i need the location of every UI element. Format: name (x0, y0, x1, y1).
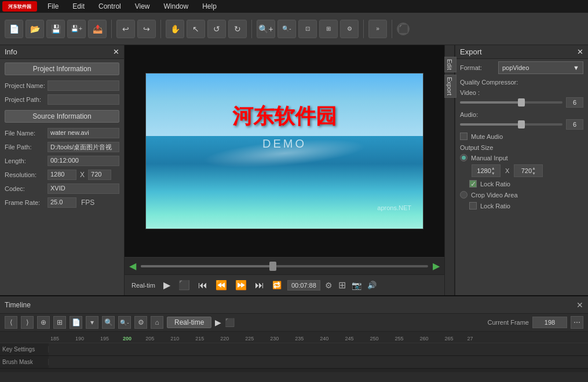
menu-window[interactable]: Window (160, 1, 192, 12)
format-select[interactable]: popVideo ▼ (498, 61, 583, 74)
fullscreen-button[interactable]: ⊞ (337, 278, 347, 292)
timeline-stop-button[interactable]: ⬛ (225, 318, 235, 327)
new-button[interactable]: 📄 (5, 20, 23, 38)
menu-edit[interactable]: Edit (69, 1, 88, 12)
tl-btn-3[interactable]: ⊕ (37, 316, 50, 329)
undo-button[interactable]: ↩ (116, 20, 135, 38)
menu-help[interactable]: Help (199, 1, 220, 12)
tl-zoom-in[interactable]: 🔍 (102, 316, 115, 329)
menu-file[interactable]: File (44, 1, 62, 12)
output-size-label: Output Size (455, 142, 588, 152)
mute-audio-checkbox[interactable] (460, 133, 468, 140)
source-info-button[interactable]: Source Information (5, 110, 119, 123)
width-down-arrow[interactable]: ▼ (491, 171, 495, 176)
lock-ratio-checkbox[interactable]: ✓ (469, 180, 477, 188)
key-settings-content[interactable] (49, 343, 588, 355)
tl-extra-btn[interactable]: ⋯ (571, 316, 583, 329)
pointer-tool[interactable]: ↖ (187, 20, 205, 38)
save-button[interactable]: 💾 (46, 20, 65, 38)
more-button[interactable]: » (368, 20, 387, 38)
realtime-button[interactable]: Real-time (167, 317, 211, 328)
manual-input-radio[interactable] (460, 154, 468, 161)
height-down-arrow[interactable]: ▼ (532, 171, 536, 176)
zoom-fit-button[interactable]: ⊡ (298, 20, 317, 38)
timeline-close-button[interactable]: ✕ (576, 300, 583, 310)
open-button[interactable]: 📂 (25, 20, 44, 38)
video-slider-thumb[interactable] (518, 98, 525, 106)
snapshot-button[interactable]: 📷 (350, 280, 363, 291)
project-name-input[interactable] (48, 80, 119, 91)
height-input[interactable]: 720 ▲ ▼ (514, 164, 543, 177)
stop-button[interactable]: ⬛ (176, 278, 192, 292)
file-name-input[interactable]: water new.avi (48, 128, 119, 138)
tl-btn-6[interactable]: ▾ (86, 316, 98, 329)
edit-tab[interactable]: Edit (443, 57, 456, 72)
tl-zoom-out[interactable]: 🔍- (118, 316, 131, 329)
volume-button[interactable]: 🔊 (366, 280, 378, 291)
export-button[interactable]: 📤 (88, 20, 107, 38)
menu-control[interactable]: Control (95, 1, 125, 12)
skip-end-button[interactable]: ⏭ (253, 279, 266, 292)
brush-mask-content[interactable] (49, 356, 588, 368)
timeline-play-button[interactable]: ▶ (215, 318, 221, 327)
tl-btn-5[interactable]: 📄 (70, 316, 82, 329)
tl-btn-1[interactable]: ⟨ (5, 316, 17, 329)
resolution-width-input[interactable]: 1280 (48, 170, 76, 180)
length-label: Length: (5, 157, 45, 164)
zoom-options-button[interactable]: ⚙ (340, 20, 359, 38)
save-as-button[interactable]: 💾+ (67, 20, 86, 38)
rotate-left-button[interactable]: ↺ (207, 20, 226, 38)
video-slider-track[interactable] (460, 101, 563, 104)
crop-video-radio[interactable] (460, 191, 468, 199)
project-path-input[interactable] (48, 94, 119, 105)
seek-start-marker[interactable]: ◀ (129, 260, 136, 271)
audio-slider-thumb[interactable] (518, 120, 525, 128)
seekbar-track[interactable] (141, 265, 428, 267)
hand-tool[interactable]: ✋ (166, 20, 184, 38)
audio-slider-fill (460, 123, 521, 126)
menu-view[interactable]: View (132, 1, 154, 12)
audio-slider-track[interactable] (460, 123, 563, 126)
render-button[interactable]: ⬛ (397, 23, 410, 35)
codec-input[interactable]: XVID (48, 183, 119, 194)
zoom-out-button[interactable]: 🔍- (277, 20, 296, 38)
zoom-actual-button[interactable]: ⊞ (319, 20, 338, 38)
zoom-in-button[interactable]: 🔍+ (257, 20, 275, 38)
skip-start-button[interactable]: ⏮ (196, 279, 210, 292)
project-path-row: Project Path: (0, 93, 124, 106)
time-options-button[interactable]: ⚙ (324, 280, 334, 291)
length-input[interactable]: 00:12:000 (48, 156, 119, 166)
dimensions-x-separator: X (503, 167, 512, 174)
export-tab[interactable]: Export (443, 75, 456, 98)
width-input[interactable]: 1280 ▲ ▼ (472, 164, 501, 177)
export-close-button[interactable]: ✕ (577, 47, 583, 56)
separator-5 (392, 20, 392, 38)
loop-button[interactable]: 🔁 (270, 280, 284, 291)
rotate-right-button[interactable]: ↻ (228, 20, 247, 38)
framerate-input[interactable]: 25.0 (48, 197, 76, 208)
tl-home[interactable]: ⌂ (151, 316, 163, 329)
file-path-row: File Path: D:/tools/桌面图片音视 (0, 140, 124, 154)
resolution-height-input[interactable]: 720 (88, 170, 111, 180)
project-info-button[interactable]: Project Information (5, 63, 119, 75)
video-quality-row: Video : (455, 87, 588, 96)
tl-settings[interactable]: ⚙ (134, 316, 147, 329)
tl-btn-4[interactable]: ⊞ (53, 316, 66, 329)
export-title: Export (460, 47, 482, 56)
play-button[interactable]: ▶ (161, 278, 173, 292)
step-forward-button[interactable]: ⏩ (233, 278, 249, 292)
quality-label: Quality Compressor: (455, 76, 588, 87)
file-path-input[interactable]: D:/tools/桌面图片音视 (48, 142, 119, 152)
step-back-button[interactable]: ⏪ (213, 278, 229, 292)
info-close-button[interactable]: ✕ (113, 47, 119, 56)
audio-slider-row: 6 (455, 118, 588, 131)
seekbar-thumb[interactable] (269, 262, 276, 271)
file-path-label: File Path: (5, 144, 45, 150)
tl-btn-2[interactable]: ⟩ (21, 316, 34, 329)
redo-button[interactable]: ↪ (137, 20, 156, 38)
height-up-arrow[interactable]: ▲ (532, 166, 536, 171)
frame-number-input[interactable]: 198 (532, 317, 567, 328)
width-up-arrow[interactable]: ▲ (491, 166, 495, 171)
loc-ratio-checkbox[interactable] (469, 202, 477, 210)
seek-end-marker[interactable]: ▶ (433, 260, 440, 271)
